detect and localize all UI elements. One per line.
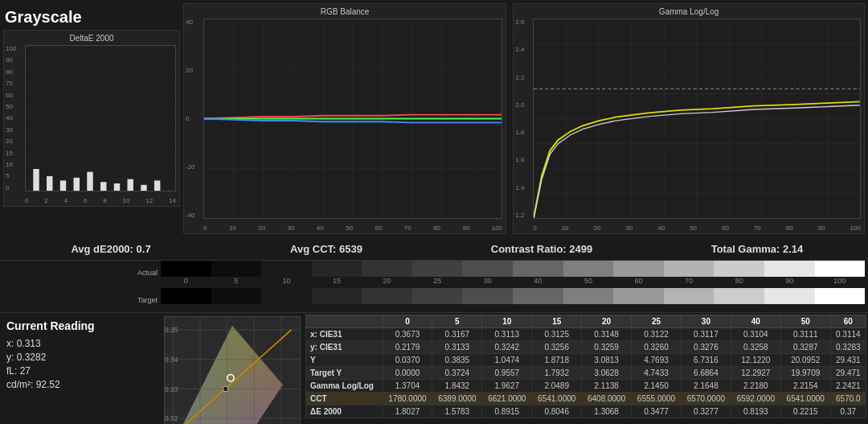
table-row-y: y: CIE31 0.2179 0.3133 0.3242 0.3256 0.3… xyxy=(306,341,866,354)
avg-de-stat: Avg dE2000: 0.7 xyxy=(3,243,219,255)
cell-Y-50: 20.0952 xyxy=(780,354,830,367)
row-label-cct: CCT xyxy=(306,393,383,405)
svg-rect-7 xyxy=(100,182,106,191)
cell-y-5: 0.3133 xyxy=(432,341,482,354)
total-gamma-stat: Total Gamma: 2.14 xyxy=(649,243,865,255)
cell-x-40: 0.3104 xyxy=(731,328,780,341)
gamma-chart: Gamma Log/Log 2.6 2.4 2.2 2.0 1.8 1.6 1.… xyxy=(513,3,865,234)
row-label-gamma: Gamma Log/Log xyxy=(306,380,383,393)
measurements-table: 0 5 10 15 20 25 30 40 50 60 x: CIE31 xyxy=(305,315,866,418)
deltae-panel: Grayscale DeltaE 2000 100 90 80 70 60 50… xyxy=(3,3,180,234)
cell-y-30: 0.3276 xyxy=(681,341,731,354)
cell-Y-30: 6.7316 xyxy=(681,354,731,367)
col-0: 0 xyxy=(383,315,432,328)
svg-text:0.32: 0.32 xyxy=(165,414,178,422)
swatch-labels: 0 5 10 15 20 25 30 40 50 60 70 80 90 100 xyxy=(161,277,865,288)
cell-x-10: 0.3113 xyxy=(482,328,532,341)
cell-x-20: 0.3148 xyxy=(582,328,632,341)
current-reading-panel: Current Reading x: 0.313 y: 0.3282 fL: 2… xyxy=(0,313,161,424)
svg-rect-4 xyxy=(60,180,66,191)
svg-point-54 xyxy=(223,386,227,391)
deltae-chart: DeltaE 2000 100 90 80 70 60 50 40 30 20 … xyxy=(3,30,180,207)
cell-x-50: 0.3111 xyxy=(780,328,830,341)
svg-text:0.35: 0.35 xyxy=(165,326,178,334)
cell-y-20: 0.3259 xyxy=(582,341,632,354)
col-5: 5 xyxy=(432,315,482,328)
actual-swatches xyxy=(161,261,865,277)
col-40: 40 xyxy=(731,315,780,328)
stats-row: Avg dE2000: 0.7 Avg CCT: 6539 Contrast R… xyxy=(0,237,868,260)
contrast-ratio-stat: Contrast Ratio: 2499 xyxy=(434,243,649,255)
table-header-row: 0 5 10 15 20 25 30 40 50 60 xyxy=(306,315,866,328)
svg-rect-2 xyxy=(33,169,39,191)
cell-x-15: 0.3125 xyxy=(532,328,582,341)
cell-x-5: 0.3167 xyxy=(432,328,482,341)
svg-rect-9 xyxy=(127,179,133,191)
swatches-section: Actual Target xyxy=(0,260,868,312)
cell-Y-10: 1.0474 xyxy=(482,354,532,367)
target-swatches xyxy=(161,288,865,304)
gamma-title: Gamma Log/Log xyxy=(659,7,719,16)
col-label xyxy=(306,315,383,328)
table-row-cct: CCT 1780.0000 6389.0000 6621.0000 6541.0… xyxy=(306,393,866,405)
table-row-Y: Y 0.0370 0.3835 1.0474 1.8718 3.0813 4.7… xyxy=(306,354,866,367)
svg-rect-8 xyxy=(114,183,120,191)
row-label-Y: Y xyxy=(306,354,383,367)
col-30: 30 xyxy=(681,315,731,328)
cell-Y-60: 29.431 xyxy=(830,354,866,367)
table-row-x: x: CIE31 0.3673 0.3167 0.3113 0.3125 0.3… xyxy=(306,328,866,341)
svg-rect-11 xyxy=(154,180,160,191)
col-25: 25 xyxy=(632,315,682,328)
avg-cct-stat: Avg CCT: 6539 xyxy=(219,243,434,255)
rgb-title: RGB Balance xyxy=(321,7,370,16)
data-table-wrapper: 0 5 10 15 20 25 30 40 50 60 x: CIE31 xyxy=(304,313,868,424)
cell-x-25: 0.3122 xyxy=(632,328,682,341)
row-label-y: y: CIE31 xyxy=(306,341,383,354)
table-row-target-y: Target Y 0.0000 0.3724 0.9557 1.7932 3.0… xyxy=(306,367,866,380)
deltae-title: DeltaE 2000 xyxy=(69,34,113,43)
current-reading-title: Current Reading xyxy=(6,319,154,332)
rgb-balance-chart: RGB Balance 40 20 0 -20 -40 xyxy=(183,3,506,234)
cell-Y-15: 1.8718 xyxy=(532,354,582,367)
cell-y-10: 0.3242 xyxy=(482,341,532,354)
chromaticity-chart: 0.29 0.3 0.31 0.32 0.33 0.35 0.34 0.33 0… xyxy=(164,316,301,424)
col-60: 60 xyxy=(830,315,866,328)
x-reading: x: 0.313 xyxy=(6,338,154,349)
svg-text:0.34: 0.34 xyxy=(165,356,178,364)
row-label-x: x: CIE31 xyxy=(306,328,383,341)
svg-text:0.33: 0.33 xyxy=(165,385,178,393)
y-reading: y: 0.3282 xyxy=(6,352,154,363)
cdm2-reading: cd/m²: 92.52 xyxy=(6,379,154,390)
cell-Y-5: 0.3835 xyxy=(432,354,482,367)
cell-y-50: 0.3287 xyxy=(780,341,830,354)
cell-y-60: 0.3283 xyxy=(830,341,866,354)
row-label-target-y: Target Y xyxy=(306,367,383,380)
bottom-section: Current Reading x: 0.313 y: 0.3282 fL: 2… xyxy=(0,312,868,424)
cell-y-15: 0.3256 xyxy=(532,341,582,354)
svg-rect-6 xyxy=(87,172,92,191)
col-20: 20 xyxy=(582,315,632,328)
cell-Y-0: 0.0370 xyxy=(383,354,432,367)
svg-rect-3 xyxy=(47,176,52,191)
svg-rect-5 xyxy=(74,178,80,191)
svg-rect-1 xyxy=(26,46,175,191)
col-15: 15 xyxy=(532,315,582,328)
grayscale-title: Grayscale xyxy=(3,3,180,27)
cell-y-40: 0.3258 xyxy=(731,341,780,354)
row-label-de: ΔE 2000 xyxy=(306,405,383,418)
table-row-gamma: Gamma Log/Log 1.3704 1.8432 1.9627 2.048… xyxy=(306,380,866,393)
cell-x-30: 0.3117 xyxy=(681,328,731,341)
cell-x-0: 0.3673 xyxy=(383,328,432,341)
fL-reading: fL: 27 xyxy=(6,365,154,377)
col-10: 10 xyxy=(482,315,532,328)
table-row-de: ΔE 2000 1.8027 1.5783 0.8915 0.8046 1.30… xyxy=(306,405,866,418)
cell-Y-25: 4.7693 xyxy=(632,354,682,367)
cell-Y-40: 12.1220 xyxy=(731,354,780,367)
main-container: Grayscale DeltaE 2000 100 90 80 70 60 50… xyxy=(0,0,868,424)
svg-rect-10 xyxy=(141,185,146,191)
cell-y-25: 0.3260 xyxy=(632,341,682,354)
cell-x-60: 0.3114 xyxy=(830,328,866,341)
cell-Y-20: 3.0813 xyxy=(582,354,632,367)
cell-y-0: 0.2179 xyxy=(383,341,432,354)
col-50: 50 xyxy=(780,315,830,328)
